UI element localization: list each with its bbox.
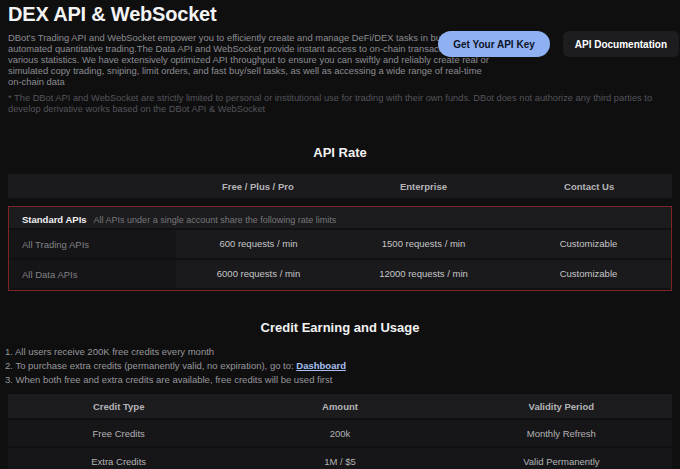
credit-note-1: 1. All users receive 200K free credits e… <box>5 345 680 359</box>
page-title: DEX API & WebSocket <box>8 3 680 26</box>
cta-buttons: Get Your API Key API Documentation <box>438 31 679 57</box>
cell-enterprise: 12000 requests / min <box>341 260 506 288</box>
group-name: Standard APIs <box>22 214 87 225</box>
page-description: DBot's Trading API and WebSocket empower… <box>8 32 494 87</box>
credit-note-2: 2. To purchase extra credits (permanentl… <box>5 359 680 373</box>
api-documentation-button[interactable]: API Documentation <box>563 31 679 57</box>
cell-credit-type: Extra Credits <box>8 456 229 467</box>
rate-col-enterprise: Enterprise <box>341 181 507 192</box>
cell-amount: 1M / $5 <box>229 456 450 467</box>
cell-credit-type: Free Credits <box>8 428 229 439</box>
table-row-free-credits: Free Credits 200k Monthly Refresh <box>8 420 672 446</box>
cell-validity: Monthly Refresh <box>451 428 672 439</box>
disclaimer-text: * The DBot API and WebSocket are strictl… <box>8 93 668 115</box>
standard-apis-group: Standard APIsAll APIs under a single acc… <box>8 206 672 291</box>
rate-col-free-plus-pro: Free / Plus / Pro <box>175 181 341 192</box>
credit-notes: 1. All users receive 200K free credits e… <box>5 345 680 387</box>
cell-free-plus-pro: 600 requests / min <box>176 230 341 258</box>
cell-validity: Valid Permanently <box>451 456 672 467</box>
credit-table-header: Credit Type Amount Validity Period <box>8 394 672 418</box>
cell-contact: Customizable <box>506 260 671 288</box>
credit-table: Credit Type Amount Validity Period Free … <box>8 394 672 469</box>
credit-note-3: 3. When both free and extra credits are … <box>5 373 680 387</box>
dashboard-link[interactable]: Dashboard <box>296 360 346 371</box>
row-label: All Trading APIs <box>9 239 176 250</box>
table-row-extra-credits: Extra Credits 1M / $5 Valid Permanently <box>8 448 672 469</box>
api-rate-title: API Rate <box>0 145 680 160</box>
table-row-trading-apis: All Trading APIs 600 requests / min 1500… <box>9 230 671 258</box>
credit-col-type: Credit Type <box>8 401 229 412</box>
credit-col-validity: Validity Period <box>451 401 672 412</box>
rate-table-header: Free / Plus / Pro Enterprise Contact Us <box>8 174 672 198</box>
cell-enterprise: 1500 requests / min <box>341 230 506 258</box>
table-row-data-apis: All Data APIs 6000 requests / min 12000 … <box>9 260 671 288</box>
credit-section-title: Credit Earning and Usage <box>0 320 680 335</box>
group-note: All APIs under a single account share th… <box>94 215 337 225</box>
cell-free-plus-pro: 6000 requests / min <box>176 260 341 288</box>
standard-apis-group-header: Standard APIsAll APIs under a single acc… <box>9 207 671 228</box>
cell-contact: Customizable <box>506 230 671 258</box>
credit-note-2-text: 2. To purchase extra credits (permanentl… <box>5 360 296 371</box>
rate-col-contact-us: Contact Us <box>506 181 672 192</box>
cell-amount: 200k <box>229 428 450 439</box>
dex-api-page: DEX API & WebSocket DBot's Trading API a… <box>0 3 680 469</box>
row-label: All Data APIs <box>9 269 176 280</box>
credit-col-amount: Amount <box>229 401 450 412</box>
get-api-key-button[interactable]: Get Your API Key <box>438 31 550 57</box>
